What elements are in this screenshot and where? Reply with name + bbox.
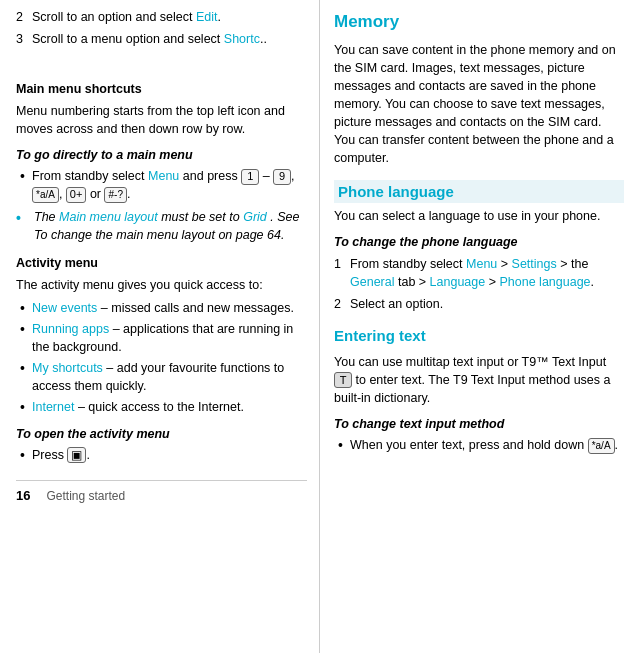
step-2-number: 2	[16, 8, 32, 26]
step-3-body: Scroll to a menu option and select	[32, 32, 220, 46]
entering-text-body: You can use multitap text input or T9™ T…	[334, 353, 624, 407]
bullet-running-apps: • Running apps – applications that are r…	[16, 320, 307, 356]
step-3-number: 3	[16, 30, 32, 48]
memory-body: You can save content in the phone memory…	[334, 41, 624, 168]
change-lang-step2: 2 Select an option.	[334, 295, 624, 313]
change-input-item: • When you enter text, press and hold do…	[334, 436, 624, 454]
page-container: 2 Scroll to an option and select Edit. 3…	[0, 0, 636, 653]
bullet-new-events-content: New events – missed calls and new messag…	[32, 299, 294, 317]
memory-heading: Memory	[334, 10, 624, 35]
go-directly-bullet: •	[20, 167, 32, 203]
step-3-line: 3 Scroll to a menu option and select Sho…	[16, 30, 307, 48]
bullet-internet-content: Internet – quick access to the Internet.	[32, 398, 244, 416]
kbd-9[interactable]: 9	[273, 169, 291, 185]
kbd-activity[interactable]: ▣	[67, 447, 86, 463]
right-column: Memory You can save content in the phone…	[320, 0, 636, 653]
phone-language-heading: Phone language	[334, 180, 624, 204]
change-lang-step1-num: 1	[334, 255, 350, 291]
main-menu-shortcuts-body: Menu numbering starts from the top left …	[16, 102, 307, 138]
entering-text-body2: to enter text. The T9 Text Input method …	[334, 373, 611, 405]
open-activity-heading: To open the activity menu	[16, 425, 307, 443]
cl-link4[interactable]: Language	[430, 275, 486, 289]
left-column: 2 Scroll to an option and select Edit. 3…	[0, 0, 320, 653]
kbd-t9-icon: T	[334, 372, 352, 388]
go-directly-text2: and press	[183, 169, 238, 183]
kbd-star[interactable]: *a/A	[32, 187, 59, 203]
bullet-dot-1: •	[20, 299, 32, 317]
cl-gt2: >	[489, 275, 500, 289]
change-input-bullet: •	[338, 436, 350, 454]
bullet1-text: – missed calls and new messages.	[101, 301, 294, 315]
bullet-new-events: • New events – missed calls and new mess…	[16, 299, 307, 317]
open-activity-bullet: •	[20, 446, 32, 464]
cl-link5[interactable]: Phone language	[500, 275, 591, 289]
bullet4-text: – quick access to the Internet.	[78, 400, 244, 414]
change-lang-step2-num: 2	[334, 295, 350, 313]
open-activity-content: Press ▣.	[32, 446, 90, 464]
bullet3-link[interactable]: My shortcuts	[32, 361, 103, 375]
cl-gt1: >	[501, 257, 512, 271]
note-content: The Main menu layout must be set to Grid…	[34, 208, 307, 244]
main-menu-shortcuts-heading: Main menu shortcuts	[16, 80, 307, 98]
change-input-heading: To change text input method	[334, 415, 624, 433]
bullet-internet: • Internet – quick access to the Interne…	[16, 398, 307, 416]
dash-text: –	[263, 169, 273, 183]
step-3-link[interactable]: Shortc	[224, 32, 260, 46]
cl-link3[interactable]: General	[350, 275, 394, 289]
kbd-1[interactable]: 1	[241, 169, 259, 185]
kbd-0plus[interactable]: 0+	[66, 187, 87, 203]
cl-text1: From standby select	[350, 257, 463, 271]
step-2-line: 2 Scroll to an option and select Edit.	[16, 8, 307, 26]
note-link1[interactable]: Main menu layout	[59, 210, 158, 224]
bullet1-link[interactable]: New events	[32, 301, 97, 315]
go-directly-text1: From standby select	[32, 169, 145, 183]
footer-label: Getting started	[46, 488, 125, 505]
page-number: 16	[16, 487, 30, 506]
bullet-my-shortcuts: • My shortcuts – add your favourite func…	[16, 359, 307, 395]
or-text: or	[90, 187, 105, 201]
phone-language-body: You can select a language to use in your…	[334, 207, 624, 225]
change-input-content: When you enter text, press and hold down…	[350, 436, 618, 454]
bullet-running-apps-content: Running apps – applications that are run…	[32, 320, 307, 356]
go-directly-link[interactable]: Menu	[148, 169, 179, 183]
go-directly-content: From standby select Menu and press 1 – 9…	[32, 167, 307, 203]
kbd-star-input[interactable]: *a/A	[588, 438, 615, 454]
open-activity-text: Press	[32, 448, 64, 462]
go-directly-heading: To go directly to a main menu	[16, 146, 307, 164]
step-2-link[interactable]: Edit	[196, 10, 218, 24]
cl-text4: tab >	[398, 275, 426, 289]
entering-text-body1: You can use multitap text input or T9™ T…	[334, 355, 606, 369]
bullet2-link[interactable]: Running apps	[32, 322, 109, 336]
step-3-text: Scroll to a menu option and select Short…	[32, 30, 267, 48]
bullet-dot-3: •	[20, 359, 32, 395]
bullet-dot-4: •	[20, 398, 32, 416]
change-lang-step2-text: Select an option.	[350, 295, 443, 313]
step-3-end: ..	[260, 32, 267, 46]
kbd-hash[interactable]: #-?	[104, 187, 126, 203]
step-2-body: Scroll to an option and select	[32, 10, 193, 24]
go-directly-item: • From standby select Menu and press 1 –…	[16, 167, 307, 203]
bullet4-link[interactable]: Internet	[32, 400, 74, 414]
open-activity-item: • Press ▣.	[16, 446, 307, 464]
activity-menu-body: The activity menu gives you quick access…	[16, 276, 307, 294]
note-link2[interactable]: Grid	[243, 210, 267, 224]
cl-link2[interactable]: Settings	[512, 257, 557, 271]
note-line: • The Main menu layout must be set to Gr…	[16, 208, 307, 244]
step-2-text: Scroll to an option and select Edit.	[32, 8, 221, 26]
activity-menu-heading: Activity menu	[16, 254, 307, 272]
entering-text-heading: Entering text	[334, 325, 624, 347]
bullet-my-shortcuts-content: My shortcuts – add your favourite functi…	[32, 359, 307, 395]
change-lang-step1-content: From standby select Menu > Settings > th…	[350, 255, 624, 291]
change-input-text1: When you enter text, press and hold down	[350, 438, 584, 452]
change-lang-heading: To change the phone language	[334, 233, 624, 251]
cl-text3: > the	[560, 257, 588, 271]
note-text1: The	[34, 210, 56, 224]
change-lang-step1: 1 From standby select Menu > Settings > …	[334, 255, 624, 291]
bullet-dot-2: •	[20, 320, 32, 356]
note-icon: •	[16, 208, 34, 244]
footer-row: 16 Getting started	[16, 480, 307, 506]
note-text2: must be set to	[161, 210, 240, 224]
cl-link1[interactable]: Menu	[466, 257, 497, 271]
